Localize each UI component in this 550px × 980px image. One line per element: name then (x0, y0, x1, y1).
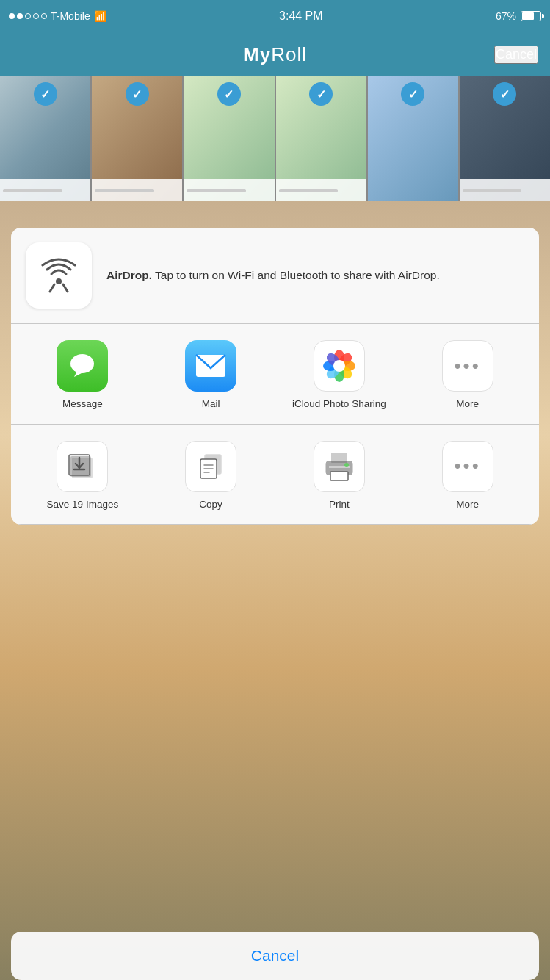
svg-point-14 (333, 360, 345, 372)
check-5: ✓ (401, 82, 424, 106)
battery-area: 67% (496, 10, 541, 22)
check-1: ✓ (34, 82, 57, 106)
carrier-name: T-Mobile (51, 10, 90, 22)
svg-point-3 (70, 354, 94, 373)
thumbnail-3[interactable]: ✓ (184, 76, 274, 201)
message-label: Message (62, 397, 103, 411)
app-share-row: Message Mail (11, 324, 539, 425)
dot-4 (33, 13, 39, 19)
photo-grid: ✓ ✓ ✓ ✓ ✓ ✓ (0, 76, 550, 201)
thumb-content-3 (184, 179, 274, 201)
share-sheet: AirDrop. Tap to turn on Wi-Fi and Blueto… (11, 228, 539, 525)
share-app-message[interactable]: Message (27, 340, 137, 411)
airdrop-icon-box (26, 242, 92, 309)
airdrop-section[interactable]: AirDrop. Tap to turn on Wi-Fi and Blueto… (11, 228, 539, 324)
app-title-part1: My (243, 43, 271, 65)
dot-5 (41, 13, 47, 19)
dot-3 (25, 13, 31, 19)
thumbnail-4[interactable]: ✓ (276, 76, 366, 201)
share-app-more[interactable]: ••• More (413, 340, 523, 411)
action-print[interactable]: Print (284, 441, 394, 511)
save-images-icon (68, 450, 97, 483)
svg-point-29 (344, 463, 349, 467)
airdrop-description: AirDrop. Tap to turn on Wi-Fi and Blueto… (106, 267, 440, 284)
more-actions-icon-box: ••• (442, 441, 493, 492)
messages-icon (57, 340, 108, 392)
share-app-icloud[interactable]: iCloud Photo Sharing (284, 340, 394, 411)
save-label: Save 19 Images (47, 498, 119, 511)
more-actions-label: More (456, 498, 479, 511)
app-header: MyRoll Cancel (0, 32, 550, 76)
copy-icon (196, 450, 225, 483)
battery-percent: 67% (496, 10, 516, 22)
share-app-mail[interactable]: Mail (156, 340, 266, 411)
thumb-content-2 (92, 179, 182, 201)
icloud-photos-icon (320, 347, 358, 385)
cancel-sheet-label: Cancel (251, 947, 299, 965)
print-icon-box (314, 441, 365, 492)
carrier-signal: T-Mobile 📶 (9, 10, 106, 22)
print-icon (323, 451, 355, 482)
status-time: 3:44 PM (279, 10, 323, 23)
check-4: ✓ (309, 82, 333, 106)
more-apps-icon: ••• (442, 340, 493, 392)
signal-dots (9, 13, 47, 19)
more-apps-label: More (456, 397, 479, 411)
wifi-icon: 📶 (94, 10, 106, 22)
thumb-content-6 (460, 179, 550, 201)
airdrop-icon (38, 255, 79, 296)
more-actions-dots: ••• (454, 455, 480, 478)
check-3: ✓ (217, 82, 241, 106)
actions-row: Save 19 Images Copy (11, 425, 539, 525)
print-label: Print (329, 498, 350, 511)
airdrop-title: AirDrop. (106, 269, 152, 281)
save-icon-box (57, 441, 108, 492)
action-more[interactable]: ••• More (413, 441, 523, 511)
svg-line-1 (50, 284, 54, 292)
mail-envelope-icon (195, 353, 227, 378)
thumbnail-1[interactable]: ✓ (0, 76, 90, 201)
cancel-sheet-button[interactable]: Cancel (11, 932, 539, 980)
mail-icon-box (185, 340, 236, 392)
dot-1 (9, 13, 15, 19)
battery-fill (522, 12, 534, 20)
app-title-part2: Roll (271, 43, 307, 65)
status-bar: T-Mobile 📶 3:44 PM 67% (0, 0, 550, 32)
app-title: MyRoll (243, 43, 307, 66)
icloud-label: iCloud Photo Sharing (292, 397, 386, 411)
messages-bubble-icon (67, 350, 98, 381)
thumbnail-6[interactable]: ✓ (460, 76, 550, 201)
svg-point-0 (56, 278, 62, 284)
thumb-content-1 (0, 179, 90, 201)
thumbnail-2[interactable]: ✓ (92, 76, 182, 201)
mail-label: Mail (202, 397, 220, 411)
more-apps-dots: ••• (454, 355, 480, 378)
action-save[interactable]: Save 19 Images (27, 441, 137, 511)
thumb-content-4 (276, 179, 366, 201)
copy-icon-box (185, 441, 236, 492)
action-copy[interactable]: Copy (156, 441, 266, 511)
header-cancel-button[interactable]: Cancel (494, 46, 538, 64)
svg-line-2 (63, 284, 68, 292)
icloud-icon-box (314, 340, 365, 392)
thumbnail-5[interactable]: ✓ (368, 76, 458, 201)
check-6: ✓ (493, 82, 516, 106)
copy-label: Copy (199, 498, 222, 511)
battery-icon (521, 11, 541, 21)
svg-rect-27 (330, 472, 348, 480)
check-2: ✓ (126, 82, 149, 106)
airdrop-body: Tap to turn on Wi-Fi and Bluetooth to sh… (152, 269, 440, 281)
dot-2 (17, 13, 23, 19)
